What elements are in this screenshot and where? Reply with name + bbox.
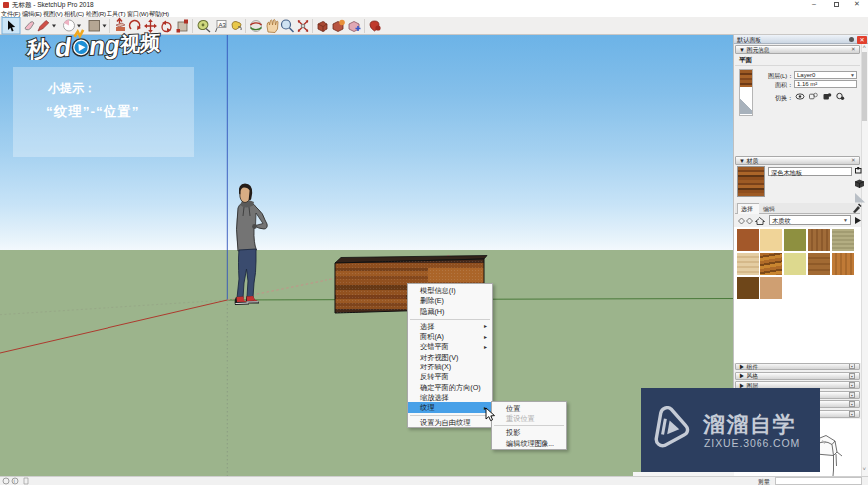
svg-text:d: d xyxy=(54,32,73,60)
svg-text:ng: ng xyxy=(88,29,120,60)
svg-text:秒: 秒 xyxy=(26,36,51,60)
svg-text:A3: A3 xyxy=(219,22,227,28)
svg-text:视频: 视频 xyxy=(119,31,161,55)
svg-text:i: i xyxy=(14,478,15,484)
